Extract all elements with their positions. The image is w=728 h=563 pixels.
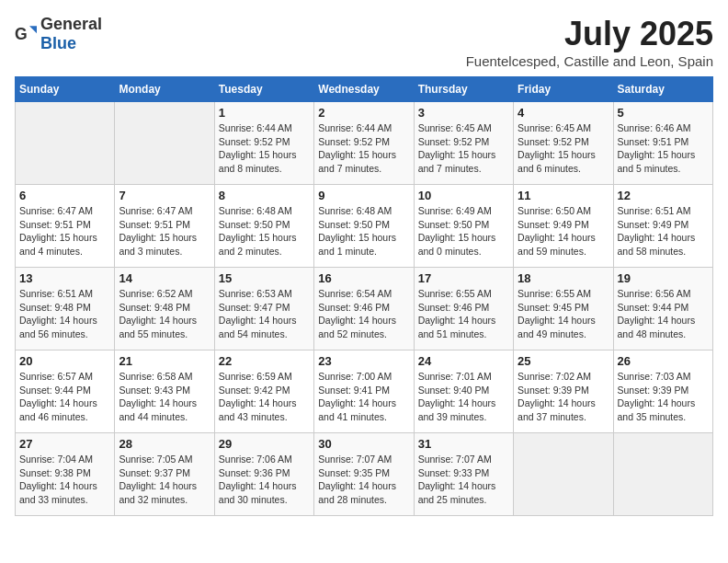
weekday-header: Wednesday <box>314 77 414 102</box>
day-number: 20 <box>19 354 110 368</box>
calendar-cell: 17Sunrise: 6:55 AMSunset: 9:46 PMDayligh… <box>414 268 513 350</box>
day-number: 28 <box>119 437 210 451</box>
logo-general: General <box>40 15 102 33</box>
calendar-week-row: 6Sunrise: 6:47 AMSunset: 9:51 PMDaylight… <box>16 185 713 268</box>
day-number: 15 <box>219 271 310 285</box>
calendar-cell: 6Sunrise: 6:47 AMSunset: 9:51 PMDaylight… <box>16 185 115 268</box>
calendar-cell: 24Sunrise: 7:01 AMSunset: 9:40 PMDayligh… <box>414 350 513 433</box>
calendar-cell: 11Sunrise: 6:50 AMSunset: 9:49 PMDayligh… <box>514 185 613 268</box>
day-info: Sunrise: 6:45 AMSunset: 9:52 PMDaylight:… <box>418 121 509 176</box>
day-info: Sunrise: 7:00 AMSunset: 9:41 PMDaylight:… <box>318 370 409 424</box>
day-number: 9 <box>318 189 409 202</box>
calendar-cell: 31Sunrise: 7:07 AMSunset: 9:33 PMDayligh… <box>414 433 513 516</box>
calendar-cell: 18Sunrise: 6:55 AMSunset: 9:45 PMDayligh… <box>514 268 613 350</box>
day-info: Sunrise: 7:04 AMSunset: 9:38 PMDaylight:… <box>19 453 110 507</box>
weekday-header: Tuesday <box>214 77 313 102</box>
day-info: Sunrise: 6:57 AMSunset: 9:44 PMDaylight:… <box>19 370 110 424</box>
day-info: Sunrise: 6:44 AMSunset: 9:52 PMDaylight:… <box>219 121 310 176</box>
day-number: 6 <box>19 189 110 202</box>
weekday-header: Friday <box>514 77 613 102</box>
weekday-header: Sunday <box>16 77 115 102</box>
calendar-cell <box>613 433 712 516</box>
day-number: 2 <box>318 106 409 120</box>
logo: G General Blue <box>15 15 102 53</box>
day-number: 30 <box>318 437 409 451</box>
calendar-cell: 14Sunrise: 6:52 AMSunset: 9:48 PMDayligh… <box>115 268 214 350</box>
day-number: 17 <box>418 271 509 285</box>
logo-icon: G <box>15 23 37 45</box>
day-info: Sunrise: 6:58 AMSunset: 9:43 PMDaylight:… <box>119 370 210 424</box>
month-title: July 2025 <box>466 15 713 53</box>
calendar-cell: 4Sunrise: 6:45 AMSunset: 9:52 PMDaylight… <box>514 102 613 185</box>
calendar-cell: 9Sunrise: 6:48 AMSunset: 9:50 PMDaylight… <box>314 185 414 268</box>
calendar-cell: 25Sunrise: 7:02 AMSunset: 9:39 PMDayligh… <box>514 350 613 433</box>
calendar-week-row: 1Sunrise: 6:44 AMSunset: 9:52 PMDaylight… <box>16 102 713 185</box>
day-number: 1 <box>219 106 310 120</box>
calendar-cell: 20Sunrise: 6:57 AMSunset: 9:44 PMDayligh… <box>16 350 115 433</box>
day-info: Sunrise: 6:47 AMSunset: 9:51 PMDaylight:… <box>119 204 210 259</box>
svg-marker-1 <box>29 26 37 33</box>
day-info: Sunrise: 7:06 AMSunset: 9:36 PMDaylight:… <box>219 453 310 507</box>
day-number: 26 <box>618 354 709 368</box>
calendar-cell: 26Sunrise: 7:03 AMSunset: 9:39 PMDayligh… <box>613 350 712 433</box>
day-info: Sunrise: 6:51 AMSunset: 9:49 PMDaylight:… <box>618 204 709 259</box>
day-info: Sunrise: 6:47 AMSunset: 9:51 PMDaylight:… <box>19 204 110 259</box>
day-info: Sunrise: 6:56 AMSunset: 9:44 PMDaylight:… <box>618 287 709 341</box>
calendar-cell: 3Sunrise: 6:45 AMSunset: 9:52 PMDaylight… <box>414 102 513 185</box>
day-number: 4 <box>518 106 609 120</box>
day-info: Sunrise: 6:44 AMSunset: 9:52 PMDaylight:… <box>318 121 409 176</box>
day-info: Sunrise: 6:55 AMSunset: 9:46 PMDaylight:… <box>418 287 509 341</box>
calendar-body: 1Sunrise: 6:44 AMSunset: 9:52 PMDaylight… <box>16 102 713 516</box>
day-number: 12 <box>618 189 709 202</box>
calendar-cell <box>514 433 613 516</box>
calendar-cell: 27Sunrise: 7:04 AMSunset: 9:38 PMDayligh… <box>16 433 115 516</box>
logo-blue: Blue <box>40 34 76 52</box>
day-number: 14 <box>119 271 210 285</box>
calendar-cell <box>115 102 214 185</box>
day-number: 5 <box>618 106 709 120</box>
day-info: Sunrise: 6:55 AMSunset: 9:45 PMDaylight:… <box>518 287 609 341</box>
location-subtitle: Fuentelcesped, Castille and Leon, Spain <box>466 53 713 69</box>
day-number: 24 <box>418 354 509 368</box>
header: G General Blue July 2025 Fuentelcesped, … <box>15 15 713 69</box>
day-number: 11 <box>518 189 609 202</box>
calendar-cell: 16Sunrise: 6:54 AMSunset: 9:46 PMDayligh… <box>314 268 414 350</box>
day-info: Sunrise: 6:49 AMSunset: 9:50 PMDaylight:… <box>418 204 509 259</box>
calendar-cell: 30Sunrise: 7:07 AMSunset: 9:35 PMDayligh… <box>314 433 414 516</box>
day-info: Sunrise: 6:54 AMSunset: 9:46 PMDaylight:… <box>318 287 409 341</box>
calendar-cell: 5Sunrise: 6:46 AMSunset: 9:51 PMDaylight… <box>613 102 712 185</box>
calendar-cell: 22Sunrise: 6:59 AMSunset: 9:42 PMDayligh… <box>214 350 313 433</box>
day-number: 16 <box>318 271 409 285</box>
calendar-table: SundayMondayTuesdayWednesdayThursdayFrid… <box>15 76 713 516</box>
day-number: 29 <box>219 437 310 451</box>
day-info: Sunrise: 6:59 AMSunset: 9:42 PMDaylight:… <box>219 370 310 424</box>
calendar-cell: 10Sunrise: 6:49 AMSunset: 9:50 PMDayligh… <box>414 185 513 268</box>
day-info: Sunrise: 6:50 AMSunset: 9:49 PMDaylight:… <box>518 204 609 259</box>
weekday-row: SundayMondayTuesdayWednesdayThursdayFrid… <box>16 77 713 102</box>
day-info: Sunrise: 7:02 AMSunset: 9:39 PMDaylight:… <box>518 370 609 424</box>
day-number: 23 <box>318 354 409 368</box>
day-number: 22 <box>219 354 310 368</box>
calendar-week-row: 27Sunrise: 7:04 AMSunset: 9:38 PMDayligh… <box>16 433 713 516</box>
logo-text: General Blue <box>40 15 102 53</box>
calendar-cell: 19Sunrise: 6:56 AMSunset: 9:44 PMDayligh… <box>613 268 712 350</box>
day-info: Sunrise: 6:48 AMSunset: 9:50 PMDaylight:… <box>219 204 310 259</box>
calendar-cell: 7Sunrise: 6:47 AMSunset: 9:51 PMDaylight… <box>115 185 214 268</box>
day-number: 3 <box>418 106 509 120</box>
calendar-cell: 1Sunrise: 6:44 AMSunset: 9:52 PMDaylight… <box>214 102 313 185</box>
calendar-cell: 28Sunrise: 7:05 AMSunset: 9:37 PMDayligh… <box>115 433 214 516</box>
day-number: 8 <box>219 189 310 202</box>
day-number: 19 <box>618 271 709 285</box>
day-number: 13 <box>19 271 110 285</box>
calendar-cell: 21Sunrise: 6:58 AMSunset: 9:43 PMDayligh… <box>115 350 214 433</box>
day-info: Sunrise: 7:03 AMSunset: 9:39 PMDaylight:… <box>618 370 709 424</box>
calendar-cell: 13Sunrise: 6:51 AMSunset: 9:48 PMDayligh… <box>16 268 115 350</box>
day-info: Sunrise: 7:01 AMSunset: 9:40 PMDaylight:… <box>418 370 509 424</box>
calendar-cell: 12Sunrise: 6:51 AMSunset: 9:49 PMDayligh… <box>613 185 712 268</box>
day-number: 21 <box>119 354 210 368</box>
day-number: 18 <box>518 271 609 285</box>
day-info: Sunrise: 6:53 AMSunset: 9:47 PMDaylight:… <box>219 287 310 341</box>
day-number: 25 <box>518 354 609 368</box>
day-info: Sunrise: 6:45 AMSunset: 9:52 PMDaylight:… <box>518 121 609 176</box>
calendar-cell <box>16 102 115 185</box>
